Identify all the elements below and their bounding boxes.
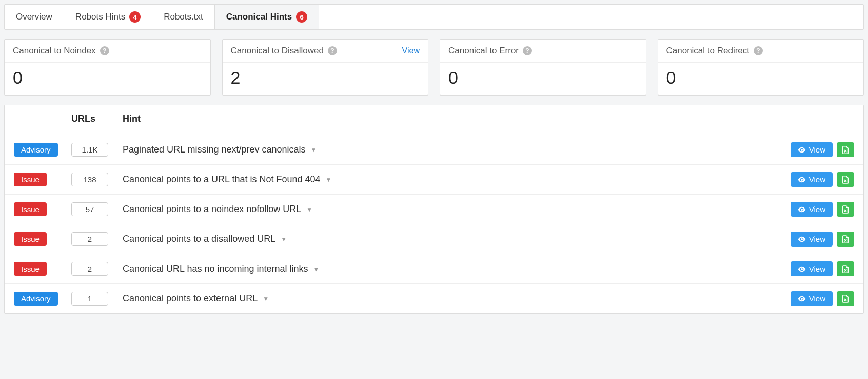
chevron-down-icon: ▼ — [313, 266, 320, 273]
excel-icon — [842, 176, 849, 184]
tab-badge: 6 — [296, 11, 307, 23]
card-view-link[interactable]: View — [402, 46, 420, 55]
chevron-down-icon: ▼ — [326, 176, 332, 183]
eye-icon — [798, 177, 806, 183]
table-row: Advisory1.1KPaginated URL missing next/p… — [5, 135, 863, 165]
hint-text[interactable]: Canonical URL has no incoming internal l… — [123, 263, 791, 274]
table-row: Advisory1Canonical points to external UR… — [5, 284, 863, 313]
card-title: Canonical to Redirect — [666, 46, 750, 56]
card-value: 0 — [440, 63, 646, 95]
export-button[interactable] — [837, 142, 854, 157]
card-title: Canonical to Error — [448, 46, 519, 56]
table-row: Issue2Canonical URL has no incoming inte… — [5, 254, 863, 284]
table-row: Issue57Canonical points to a noindex nof… — [5, 195, 863, 224]
url-count: 138 — [71, 173, 108, 186]
chevron-down-icon: ▼ — [263, 295, 269, 302]
hint-text[interactable]: Canonical points to external URL▼ — [123, 293, 791, 304]
view-button[interactable]: View — [791, 232, 833, 247]
export-button[interactable] — [837, 172, 854, 187]
excel-icon — [842, 265, 849, 273]
summary-card: Canonical to Error?0 — [440, 39, 646, 96]
view-button[interactable]: View — [791, 172, 833, 187]
eye-icon — [798, 236, 806, 242]
chevron-down-icon: ▼ — [311, 146, 317, 154]
tab-badge: 4 — [129, 11, 141, 23]
export-button[interactable] — [837, 291, 854, 306]
tab-overview[interactable]: Overview — [5, 5, 64, 29]
tab-label: Robots Hints — [75, 12, 125, 22]
tab-robots-txt[interactable]: Robots.txt — [152, 5, 215, 29]
help-icon[interactable]: ? — [523, 46, 532, 55]
card-value: 0 — [658, 63, 864, 95]
url-count: 1 — [71, 292, 108, 306]
hint-text[interactable]: Canonical points to a disallowed URL▼ — [123, 234, 791, 244]
excel-icon — [842, 235, 849, 243]
summary-row: Canonical to Noindex?0Canonical to Disal… — [4, 39, 864, 96]
view-button[interactable]: View — [791, 291, 833, 306]
url-count: 1.1K — [71, 143, 108, 157]
hints-table: URLs Hint Advisory1.1KPaginated URL miss… — [4, 105, 864, 314]
summary-card: Canonical to Redirect?0 — [658, 39, 864, 96]
eye-icon — [798, 206, 806, 213]
table-header: URLs Hint — [5, 105, 863, 135]
view-button[interactable]: View — [791, 261, 833, 276]
tab-robots-hints[interactable]: Robots Hints4 — [64, 5, 152, 29]
header-hint: Hint — [123, 113, 854, 124]
excel-icon — [842, 295, 849, 303]
export-button[interactable] — [837, 232, 854, 247]
hint-text[interactable]: Canonical points to a noindex nofollow U… — [123, 204, 791, 215]
card-value: 2 — [223, 63, 428, 95]
url-count: 57 — [71, 202, 108, 216]
eye-icon — [798, 147, 806, 153]
url-count: 2 — [71, 232, 108, 246]
issue-tag: Issue — [14, 173, 47, 186]
eye-icon — [798, 296, 806, 302]
summary-card: Canonical to Noindex?0 — [4, 39, 211, 96]
chevron-down-icon: ▼ — [306, 206, 312, 213]
issue-tag: Issue — [14, 202, 47, 216]
tab-label: Robots.txt — [164, 12, 203, 22]
view-button[interactable]: View — [791, 202, 833, 217]
card-title: Canonical to Disallowed — [231, 46, 324, 56]
export-button[interactable] — [837, 202, 854, 217]
advisory-tag: Advisory — [14, 143, 58, 157]
tab-canonical-hints[interactable]: Canonical Hints6 — [215, 5, 319, 29]
chevron-down-icon: ▼ — [281, 236, 287, 243]
card-value: 0 — [5, 63, 210, 95]
advisory-tag: Advisory — [14, 292, 58, 306]
url-count: 2 — [71, 262, 108, 276]
header-urls: URLs — [71, 113, 123, 124]
eye-icon — [798, 266, 806, 272]
tab-label: Overview — [16, 12, 52, 22]
table-row: Issue138Canonical points to a URL that i… — [5, 165, 863, 195]
summary-card: Canonical to Disallowed?View2 — [222, 39, 429, 96]
tab-label: Canonical Hints — [226, 12, 292, 22]
excel-icon — [842, 146, 849, 154]
table-row: Issue2Canonical points to a disallowed U… — [5, 224, 863, 254]
issue-tag: Issue — [14, 232, 47, 246]
export-button[interactable] — [837, 261, 854, 276]
issue-tag: Issue — [14, 262, 47, 276]
help-icon[interactable]: ? — [100, 46, 109, 55]
view-button[interactable]: View — [791, 142, 833, 157]
hint-text[interactable]: Paginated URL missing next/prev canonica… — [123, 144, 791, 155]
help-icon[interactable]: ? — [754, 46, 763, 55]
card-title: Canonical to Noindex — [13, 46, 96, 56]
hint-text[interactable]: Canonical points to a URL that is Not Fo… — [123, 174, 791, 185]
tabs-container: OverviewRobots Hints4Robots.txtCanonical… — [4, 4, 864, 30]
excel-icon — [842, 205, 849, 214]
help-icon[interactable]: ? — [328, 46, 337, 55]
